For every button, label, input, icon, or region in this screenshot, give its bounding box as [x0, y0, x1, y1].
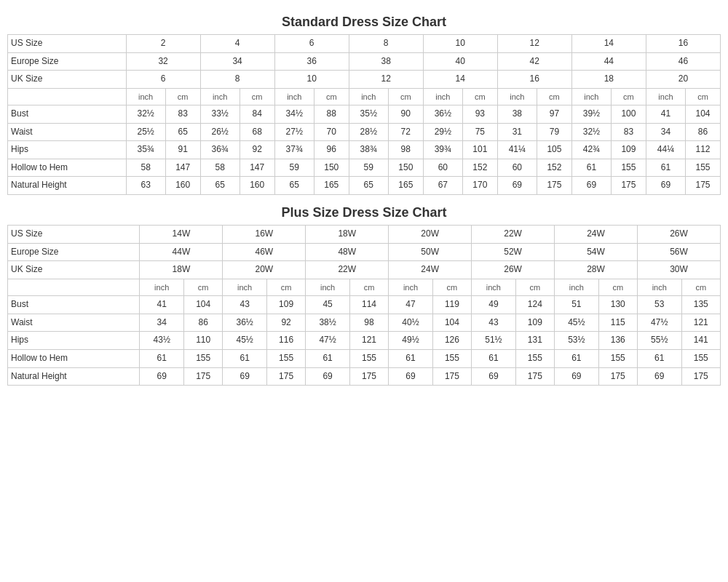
plus-hips-label: Hips	[8, 332, 140, 350]
s-hollow-2-inch: 58	[200, 159, 240, 177]
s-bust-4-inch: 35½	[349, 105, 388, 124]
standard-eu-size-38: 38	[349, 52, 423, 71]
s-bust-7-cm: 100	[612, 105, 646, 124]
standard-waist-row: Waist 25½65 26½68 27½70 28½72 29½75 3179…	[8, 123, 721, 141]
s-bust-4-cm: 90	[388, 105, 423, 124]
p-waist-7-cm: 121	[681, 314, 721, 332]
s-height-7-inch: 69	[571, 177, 611, 195]
p-bust-2-inch: 43	[223, 296, 267, 314]
s-hips-6-cm: 105	[537, 141, 571, 159]
standard-us-size-14: 14	[571, 35, 646, 53]
plus-waist-label: Waist	[8, 314, 140, 332]
plus-eu-size-label: Europe Size	[8, 243, 140, 261]
plus-us-size-label: US Size	[8, 226, 140, 244]
plus-us-20w: 20W	[389, 226, 472, 244]
standard-unit-inch-5: inch	[423, 88, 462, 105]
plus-unit-inch-2: inch	[223, 279, 267, 295]
standard-uk-size-10: 10	[274, 71, 349, 89]
s-hips-6-inch: 41¼	[497, 141, 537, 159]
plus-uk-24w: 24W	[389, 261, 472, 279]
plus-eu-44w: 44W	[140, 243, 223, 261]
plus-unit-cm-6: cm	[598, 279, 637, 295]
p-height-2-cm: 175	[266, 367, 305, 386]
standard-unit-cm-1: cm	[165, 88, 200, 105]
p-bust-6-inch: 51	[555, 296, 599, 314]
standard-eu-size-34: 34	[200, 52, 274, 71]
plus-unit-cm-7: cm	[681, 279, 721, 295]
p-waist-6-cm: 115	[598, 314, 637, 332]
standard-unit-inch-8: inch	[646, 88, 685, 105]
standard-uk-size-8: 8	[200, 71, 274, 89]
s-bust-8-cm: 104	[686, 105, 721, 124]
p-waist-1-cm: 86	[183, 314, 222, 332]
s-waist-1-inch: 25½	[126, 123, 165, 141]
standard-uk-size-label: UK Size	[8, 71, 127, 89]
s-height-5-cm: 170	[462, 177, 497, 195]
plus-hips-row: Hips 43½110 45½116 47½121 49½126 51½131 …	[8, 332, 721, 350]
s-waist-7-inch: 32½	[571, 123, 611, 141]
s-bust-7-inch: 39½	[571, 105, 611, 124]
p-waist-5-cm: 109	[515, 314, 554, 332]
p-height-7-inch: 69	[637, 367, 681, 386]
standard-eu-size-label: Europe Size	[8, 52, 127, 71]
s-hollow-8-inch: 61	[646, 159, 685, 177]
standard-uk-size-18: 18	[571, 71, 646, 89]
s-hollow-2-cm: 147	[240, 159, 274, 177]
s-hollow-1-inch: 58	[126, 159, 165, 177]
s-hips-8-inch: 44¼	[646, 141, 685, 159]
standard-eu-size-32: 32	[126, 52, 200, 71]
p-hips-4-inch: 49½	[389, 332, 433, 350]
s-hollow-5-inch: 60	[423, 159, 462, 177]
s-bust-1-cm: 83	[165, 105, 200, 124]
s-hips-1-cm: 91	[165, 141, 200, 159]
p-hips-2-cm: 116	[266, 332, 305, 350]
plus-uk-22w: 22W	[306, 261, 389, 279]
standard-us-size-10: 10	[423, 35, 497, 53]
s-height-7-cm: 175	[612, 177, 646, 195]
plus-us-26w: 26W	[637, 226, 720, 244]
plus-eu-46w: 46W	[223, 243, 306, 261]
p-hips-5-inch: 51½	[472, 332, 516, 350]
s-hips-7-cm: 109	[612, 141, 646, 159]
p-waist-5-inch: 43	[472, 314, 516, 332]
p-bust-1-cm: 104	[183, 296, 222, 314]
p-bust-2-cm: 109	[266, 296, 305, 314]
standard-uk-size-14: 14	[423, 71, 497, 89]
s-hips-3-cm: 96	[314, 141, 349, 159]
s-bust-5-inch: 36½	[423, 105, 462, 124]
p-height-4-inch: 69	[389, 367, 433, 386]
s-waist-8-inch: 34	[646, 123, 685, 141]
s-hollow-3-cm: 150	[314, 159, 349, 177]
s-height-3-inch: 65	[274, 177, 314, 195]
s-hollow-4-inch: 59	[349, 159, 388, 177]
s-bust-6-inch: 38	[497, 105, 537, 124]
p-bust-7-cm: 135	[681, 296, 721, 314]
standard-bust-row: Bust 32½83 33½84 34½88 35½90 36½93 3897 …	[8, 105, 721, 124]
s-hips-3-inch: 37¾	[274, 141, 314, 159]
p-bust-3-inch: 45	[306, 296, 350, 314]
plus-waist-row: Waist 3486 36½92 38½98 40½104 43109 45½1…	[8, 314, 721, 332]
s-bust-3-inch: 34½	[274, 105, 314, 124]
p-hips-1-cm: 110	[183, 332, 222, 350]
s-height-8-cm: 175	[686, 177, 721, 195]
plus-hollow-label: Hollow to Hem	[8, 349, 140, 367]
p-hips-6-cm: 136	[598, 332, 637, 350]
p-height-5-inch: 69	[472, 367, 516, 386]
p-hips-7-cm: 141	[681, 332, 721, 350]
plus-uk-30w: 30W	[637, 261, 720, 279]
p-hollow-7-inch: 61	[637, 349, 681, 367]
p-hollow-1-inch: 61	[140, 349, 184, 367]
p-hollow-7-cm: 155	[681, 349, 721, 367]
s-waist-5-inch: 29½	[423, 123, 462, 141]
p-hollow-3-inch: 61	[306, 349, 350, 367]
p-hollow-5-cm: 155	[515, 349, 554, 367]
plus-uk-28w: 28W	[555, 261, 638, 279]
s-hips-2-cm: 92	[240, 141, 274, 159]
p-bust-1-inch: 41	[140, 296, 184, 314]
standard-us-size-label: US Size	[8, 35, 127, 53]
p-waist-3-cm: 98	[349, 314, 388, 332]
standard-us-size-6: 6	[274, 35, 349, 53]
standard-unit-cm-4: cm	[388, 88, 423, 105]
s-hollow-8-cm: 155	[686, 159, 721, 177]
p-hips-3-inch: 47½	[306, 332, 350, 350]
